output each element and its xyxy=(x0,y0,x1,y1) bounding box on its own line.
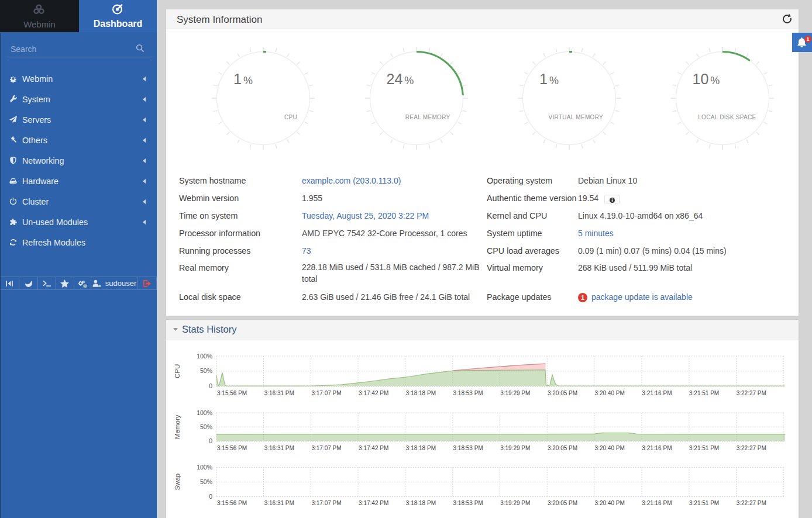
svg-text:3:21:51 PM: 3:21:51 PM xyxy=(689,500,719,506)
svg-text:0: 0 xyxy=(209,382,212,389)
svg-text:3:21:16 PM: 3:21:16 PM xyxy=(642,445,672,451)
svg-text:3:17:07 PM: 3:17:07 PM xyxy=(311,445,341,451)
svg-text:3:20:05 PM: 3:20:05 PM xyxy=(548,390,577,396)
svg-text:3:22:27 PM: 3:22:27 PM xyxy=(737,500,766,506)
svg-text:3:22:27 PM: 3:22:27 PM xyxy=(737,445,766,451)
svg-text:Swap: Swap xyxy=(174,474,181,491)
svg-text:3:19:29 PM: 3:19:29 PM xyxy=(500,445,530,451)
svg-text:50%: 50% xyxy=(200,423,212,430)
svg-text:3:19:29 PM: 3:19:29 PM xyxy=(500,390,530,396)
svg-text:3:21:51 PM: 3:21:51 PM xyxy=(689,445,719,451)
svg-text:3:20:40 PM: 3:20:40 PM xyxy=(595,390,625,396)
svg-text:100%: 100% xyxy=(197,409,212,416)
svg-text:50%: 50% xyxy=(200,367,212,374)
svg-text:3:18:53 PM: 3:18:53 PM xyxy=(453,390,483,396)
svg-text:3:21:16 PM: 3:21:16 PM xyxy=(642,390,672,396)
svg-text:3:22:27 PM: 3:22:27 PM xyxy=(737,390,766,396)
svg-text:CPU: CPU xyxy=(174,364,181,378)
svg-text:100%: 100% xyxy=(197,464,212,471)
svg-text:3:16:31 PM: 3:16:31 PM xyxy=(264,500,294,506)
svg-text:3:15:56 PM: 3:15:56 PM xyxy=(217,445,247,451)
svg-text:50%: 50% xyxy=(200,478,212,485)
svg-text:3:17:07 PM: 3:17:07 PM xyxy=(311,390,341,396)
svg-text:3:21:16 PM: 3:21:16 PM xyxy=(642,500,672,506)
svg-text:3:18:18 PM: 3:18:18 PM xyxy=(406,445,436,451)
svg-text:3:17:42 PM: 3:17:42 PM xyxy=(359,445,388,451)
svg-text:3:17:42 PM: 3:17:42 PM xyxy=(359,500,388,506)
svg-text:Memory: Memory xyxy=(174,415,181,439)
svg-text:0: 0 xyxy=(209,493,212,500)
svg-text:3:15:56 PM: 3:15:56 PM xyxy=(217,390,247,396)
svg-text:3:15:56 PM: 3:15:56 PM xyxy=(217,500,247,506)
svg-text:3:20:40 PM: 3:20:40 PM xyxy=(595,445,625,451)
svg-text:3:18:18 PM: 3:18:18 PM xyxy=(406,500,436,506)
svg-text:3:18:53 PM: 3:18:53 PM xyxy=(453,445,483,451)
svg-text:3:21:51 PM: 3:21:51 PM xyxy=(689,390,719,396)
svg-text:100%: 100% xyxy=(197,353,212,360)
svg-text:0: 0 xyxy=(209,437,212,444)
svg-text:3:18:53 PM: 3:18:53 PM xyxy=(453,500,483,506)
svg-text:3:16:31 PM: 3:16:31 PM xyxy=(264,445,294,451)
svg-text:3:20:40 PM: 3:20:40 PM xyxy=(595,500,625,506)
svg-text:3:20:05 PM: 3:20:05 PM xyxy=(548,445,577,451)
svg-text:3:20:05 PM: 3:20:05 PM xyxy=(548,500,577,506)
svg-text:3:19:29 PM: 3:19:29 PM xyxy=(500,500,530,506)
svg-text:3:18:18 PM: 3:18:18 PM xyxy=(406,390,436,396)
svg-text:3:16:31 PM: 3:16:31 PM xyxy=(264,390,294,396)
svg-text:3:17:07 PM: 3:17:07 PM xyxy=(311,500,341,506)
svg-text:3:17:42 PM: 3:17:42 PM xyxy=(359,390,388,396)
